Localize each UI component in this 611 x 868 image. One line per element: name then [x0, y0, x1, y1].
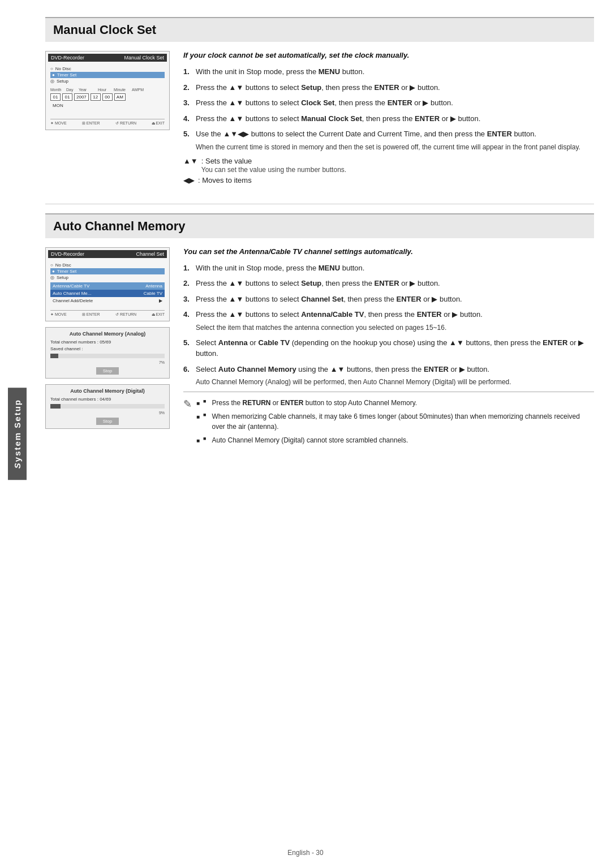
antenna-item: Antenna/Cable TVAntenna — [50, 282, 165, 290]
ch-setup: ◎Setup — [50, 274, 165, 281]
digital-progress-screen: Auto Channel Memory (Digital) Total chan… — [45, 384, 170, 429]
auto-channel-row: DVD-Recorder Channel Set ○No Disc ●Timer… — [45, 247, 594, 453]
ac-step-6: 6. Select Auto Channel Memory using the … — [183, 364, 594, 388]
manual-clock-steps: 1. With the unit in Stop mode, press the… — [183, 66, 594, 152]
ac-step-4-sub: Select the item that matches the antenna… — [196, 323, 594, 333]
ac-step-6-sub: Auto Channel Memory (Analog) will be per… — [196, 377, 594, 387]
digital-bar-fill — [50, 404, 61, 409]
auto-channel-item: Auto Channel Me...Cable TV — [50, 290, 165, 297]
screen-header-left: DVD-Recorder — [51, 55, 84, 61]
ac-step-5: 5. Select Antenna or Cable TV (depending… — [183, 337, 594, 359]
manual-clock-instructions: If your clock cannot be set automaticall… — [183, 51, 594, 187]
main-content: Manual Clock Set DVD-Recorder Manual Clo… — [34, 0, 611, 868]
sidebar: System Setup — [0, 0, 34, 868]
step-4: 4. Press the ▲▼ buttons to select Manual… — [183, 113, 594, 124]
screen-header-right: Manual Clock Set — [124, 55, 164, 61]
digital-stop-btn[interactable]: Stop — [96, 418, 119, 425]
analog-progress-screen: Auto Channel Memory (Analog) Total chann… — [45, 327, 170, 379]
ch-no-disc: ○No Disc — [50, 262, 165, 268]
screen-footer: ✦ MOVE ⊞ ENTER ↺ RETURN ⏏EXIT — [50, 119, 165, 126]
channel-screen-header: DVD-Recorder Channel Set — [48, 250, 167, 258]
no-disc-row: ○No Disc — [50, 66, 165, 72]
digital-title: Auto Channel Memory (Digital) — [50, 388, 165, 394]
analog-pct: 7% — [50, 360, 165, 364]
sets-value-bullet: ▲▼ : Sets the valueYou can set the value… — [183, 157, 594, 174]
analog-title: Auto Channel Memory (Analog) — [50, 331, 165, 337]
ac-step-3: 3. Press the ▲▼ buttons to select Channe… — [183, 294, 594, 305]
section-divider — [45, 204, 594, 204]
step-5: 5. Use the ▲▼◀▶ buttons to select the Cu… — [183, 128, 594, 152]
channel-screen-body: ○No Disc ●Timer Set ◎Setup Antenna/Cable… — [48, 260, 167, 319]
ac-step-2: 2. Press the ▲▼ buttons to select Setup,… — [183, 278, 594, 289]
auto-channel-section-header: Auto Channel Memory — [45, 213, 594, 238]
manual-clock-row: DVD-Recorder Manual Clock Set ○No Disc ●… — [45, 51, 594, 187]
step-3: 3. Press the ▲▼ buttons to select Clock … — [183, 97, 594, 109]
step-1: 1. With the unit in Stop mode, press the… — [183, 66, 594, 78]
moves-items-bullet: ◀▶ : Moves to items — [183, 176, 594, 184]
screen-body: ○No Disc ●Timer Set ◎Setup Month Day Yea… — [48, 64, 167, 127]
ch-footer: ✦ MOVE ⊞ ENTER ↺ RETURN ⏏EXIT — [50, 310, 165, 317]
auto-channel-steps: 1. With the unit in Stop mode, press the… — [183, 263, 594, 388]
analog-stop-btn[interactable]: Stop — [96, 367, 119, 375]
note-bullet-2: ■ When memorizing Cable channels, it may… — [196, 411, 594, 432]
manual-clock-screenshots: DVD-Recorder Manual Clock Set ○No Disc ●… — [45, 51, 170, 187]
auto-channel-screenshots: DVD-Recorder Channel Set ○No Disc ●Timer… — [45, 247, 170, 453]
digital-total: Total channel numbers : 04/69 — [50, 397, 165, 402]
page-footer: English - 30 — [0, 849, 611, 857]
timer-set-row: ●Timer Set — [50, 72, 165, 78]
auto-channel-instructions: You can set the Antenna/Cable TV channel… — [183, 247, 594, 453]
step-2: 2. Press the ▲▼ buttons to select Setup,… — [183, 82, 594, 93]
analog-progress-bar — [50, 354, 165, 358]
analog-bar-fill — [50, 354, 58, 358]
ac-step-4: 4. Press the ▲▼ buttons to select Antenn… — [183, 309, 594, 333]
date-labels: Month Day Year Hour Minute AMPM — [50, 88, 165, 92]
ch-timer-set: ●Timer Set — [50, 268, 165, 274]
analog-total: Total channel numbers : 05/69 — [50, 340, 165, 345]
manual-clock-title: Manual Clock Set — [53, 23, 586, 37]
manual-clock-screen: DVD-Recorder Manual Clock Set ○No Disc ●… — [45, 51, 170, 130]
setup-row: ◎Setup — [50, 78, 165, 84]
auto-channel-intro: You can set the Antenna/Cable TV channel… — [183, 247, 594, 256]
digital-progress-bar — [50, 404, 165, 409]
auto-channel-title: Auto Channel Memory — [53, 219, 586, 234]
step-5-subnote: When the current time is stored in memor… — [196, 142, 594, 152]
analog-saved: Saved channel : — [50, 346, 165, 351]
note-icon-row: ✎ ■ Press the RETURN or ENTER button to … — [183, 398, 594, 449]
note-pencil-icon: ✎ — [183, 398, 192, 449]
manual-clock-intro: If your clock cannot be set automaticall… — [183, 51, 594, 59]
note-box: ✎ ■ Press the RETURN or ENTER button to … — [183, 392, 594, 449]
ac-step-1: 1. With the unit in Stop mode, press the… — [183, 263, 594, 274]
footer-text: English - 30 — [287, 849, 323, 857]
note-bullet-1: ■ Press the RETURN or ENTER button to st… — [196, 398, 594, 408]
add-delete-item: Channel Add/Delete▶ — [50, 297, 165, 304]
mon-row: MON — [50, 102, 165, 109]
date-values: 01 01 2007 12 00 AM — [50, 93, 165, 101]
digital-pct: 9% — [50, 411, 165, 415]
note-bullet-3: ■ Auto Channel Memory (Digital) cannot s… — [196, 435, 594, 445]
screen-header: DVD-Recorder Manual Clock Set — [48, 54, 167, 62]
sidebar-label: System Setup — [8, 388, 27, 480]
manual-clock-section-header: Manual Clock Set — [45, 17, 594, 42]
channel-set-screen: DVD-Recorder Channel Set ○No Disc ●Timer… — [45, 247, 170, 321]
